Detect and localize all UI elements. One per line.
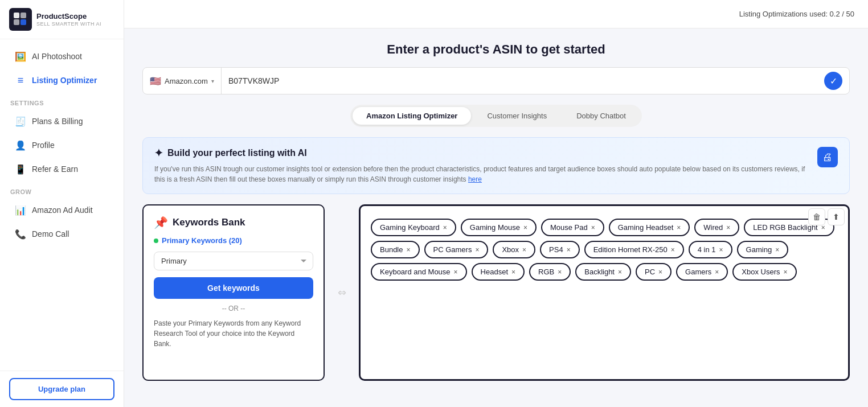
asin-row: 🇺🇸 Amazon.com ▾ ✓ (142, 67, 850, 94)
tag-remove-icon[interactable]: × (522, 246, 526, 253)
logo-sub: SELL SMARTER WITH AI (36, 21, 101, 27)
sidebar-item-ai-photoshoot[interactable]: 🖼️ AI Photoshoot (5, 45, 119, 68)
tag-remove-icon[interactable]: × (567, 246, 571, 253)
keywords-bank: 📌 Keywords Bank Primary Keywords (20) Pr… (142, 204, 325, 381)
sidebar-item-amazon-ad-audit[interactable]: 📊 Amazon Ad Audit (5, 199, 119, 221)
sidebar-item-label: Plans & Billing (32, 117, 83, 126)
sidebar-item-demo-call[interactable]: 📞 Demo Call (5, 223, 119, 245)
tag-label: Gaming Headset (618, 223, 674, 232)
tags-container: 🗑 ⬆ Gaming Keyboard×Gaming Mouse×Mouse P… (359, 204, 850, 381)
tag-label: Mouse Pad (550, 223, 588, 232)
build-banner-content: ✦ Build your perfect listing with AI If … (154, 147, 817, 184)
tag-label: Keyboard and Mouse (380, 268, 451, 276)
build-banner: ✦ Build your perfect listing with AI If … (142, 137, 850, 194)
svg-rect-1 (21, 13, 26, 18)
tag-remove-icon[interactable]: × (677, 224, 681, 231)
tag-4-in-1: 4 in 1× (689, 241, 732, 258)
sidebar-item-label: Listing Optimizer (32, 76, 97, 85)
tags-wrap: Gaming Keyboard×Gaming Mouse×Mouse Pad×G… (371, 216, 838, 281)
tag-label: Wired (703, 223, 723, 232)
tag-gaming: Gaming× (737, 241, 789, 258)
tag-remove-icon[interactable]: × (715, 269, 719, 276)
get-keywords-button[interactable]: Get keywords (154, 277, 313, 299)
tag-remove-icon[interactable]: × (406, 246, 410, 253)
sidebar-item-label: Amazon Ad Audit (32, 205, 93, 215)
asin-input[interactable] (222, 76, 824, 85)
tag-label: 4 in 1 (698, 245, 716, 254)
tag-remove-icon[interactable]: × (511, 269, 515, 276)
tag-remove-icon[interactable]: × (618, 269, 622, 276)
tag-remove-icon[interactable]: × (591, 224, 595, 231)
tag-label: PC Gamers (433, 245, 472, 254)
tag-remove-icon[interactable]: × (475, 246, 479, 253)
tag-gaming-mouse: Gaming Mouse× (461, 219, 537, 236)
tag-wired: Wired× (694, 219, 739, 236)
listing-optimizer-icon: ≡ (15, 75, 26, 86)
chevron-down-icon: ▾ (211, 78, 214, 84)
tag-gamers: Gamers× (676, 263, 728, 281)
tag-xbox-users: Xbox Users× (732, 263, 796, 281)
sidebar-item-label: Profile (32, 141, 55, 150)
tag-gaming-keyboard: Gaming Keyboard× (371, 219, 456, 236)
upgrade-button[interactable]: Upgrade plan (9, 378, 114, 400)
tag-remove-icon[interactable]: × (523, 224, 527, 231)
sidebar-nav: 🖼️ AI Photoshoot ≡ Listing Optimizer Set… (0, 39, 124, 371)
tabs-row: Amazon Listing Optimizer Customer Insigh… (142, 105, 850, 127)
tag-label: PC (645, 268, 655, 276)
top-bar: Listing Optimizations used: 0.2 / 50 (124, 0, 868, 28)
tag-headset: Headset× (472, 263, 525, 281)
tag-remove-icon[interactable]: × (558, 269, 562, 276)
tag-bundle: Bundle× (371, 241, 420, 258)
settings-section-label: Settings (0, 93, 124, 109)
main-content: Enter a product's ASIN to get started 🇺🇸… (124, 28, 868, 407)
content-row: 📌 Keywords Bank Primary Keywords (20) Pr… (142, 204, 850, 381)
asin-submit-button[interactable]: ✓ (824, 72, 842, 90)
tag-remove-icon[interactable]: × (726, 224, 730, 231)
tab-customer-insights[interactable]: Customer Insights (473, 107, 560, 125)
print-button[interactable]: 🖨 (817, 147, 838, 167)
tag-remove-icon[interactable]: × (443, 224, 447, 231)
sidebar-item-profile[interactable]: 👤 Profile (5, 134, 119, 157)
marketplace-selector[interactable]: 🇺🇸 Amazon.com ▾ (143, 68, 222, 94)
tags-toolbar: 🗑 ⬆ (804, 205, 849, 229)
build-banner-description: If you've run this ASIN trough our custo… (154, 164, 817, 184)
keywords-dropdown[interactable]: Primary Secondary Long-tail (154, 252, 313, 270)
sidebar-item-label: AI Photoshoot (32, 52, 82, 61)
tag-gaming-headset: Gaming Headset× (609, 219, 690, 236)
tag-remove-icon[interactable]: × (671, 246, 675, 253)
logo-name: ProductScope (36, 12, 101, 21)
amazon-ad-audit-icon: 📊 (15, 204, 26, 216)
sidebar: ProductScope SELL SMARTER WITH AI 🖼️ AI … (0, 0, 124, 407)
tag-edition-hornet-rx-250: Edition Hornet RX-250× (584, 241, 684, 258)
sidebar-item-refer-earn[interactable]: 📱 Refer & Earn (5, 158, 119, 180)
export-tags-button[interactable]: ⬆ (828, 208, 845, 225)
tag-remove-icon[interactable]: × (454, 269, 458, 276)
tag-pc-gamers: PC Gamers× (424, 241, 489, 258)
logo-icon (9, 8, 32, 31)
marketplace-name: Amazon.com (165, 77, 208, 85)
tag-remove-icon[interactable]: × (775, 246, 779, 253)
tag-ps4: PS4× (540, 241, 580, 258)
tag-label: Gaming (746, 245, 772, 254)
sidebar-item-listing-optimizer[interactable]: ≡ Listing Optimizer (5, 69, 119, 92)
sidebar-item-plans-billing[interactable]: 🧾 Plans & Billing (5, 110, 119, 133)
resize-handle[interactable]: ⇔ (336, 204, 347, 381)
usage-text: Listing Optimizations used: 0.2 / 50 (739, 10, 854, 18)
tag-label: Backlight (584, 268, 615, 276)
refer-earn-icon: 📱 (15, 163, 26, 175)
profile-icon: 👤 (15, 139, 26, 151)
tag-remove-icon[interactable]: × (719, 246, 723, 253)
here-link[interactable]: here (468, 175, 482, 183)
tag-remove-icon[interactable]: × (784, 269, 788, 276)
sidebar-item-label: Refer & Earn (32, 165, 78, 174)
build-banner-title: ✦ Build your perfect listing with AI (154, 147, 817, 159)
tag-remove-icon[interactable]: × (658, 269, 662, 276)
sparkle-icon: ✦ (154, 147, 163, 159)
tab-dobby-chatbot[interactable]: Dobby Chatbot (563, 107, 640, 125)
sidebar-bottom: Upgrade plan (0, 371, 124, 407)
tab-amazon-listing-optimizer[interactable]: Amazon Listing Optimizer (353, 107, 471, 125)
tag-keyboard-and-mouse: Keyboard and Mouse× (371, 263, 467, 281)
tag-label: Gaming Mouse (470, 223, 520, 232)
delete-tags-button[interactable]: 🗑 (808, 208, 825, 225)
keywords-bank-title: 📌 Keywords Bank (154, 216, 313, 229)
